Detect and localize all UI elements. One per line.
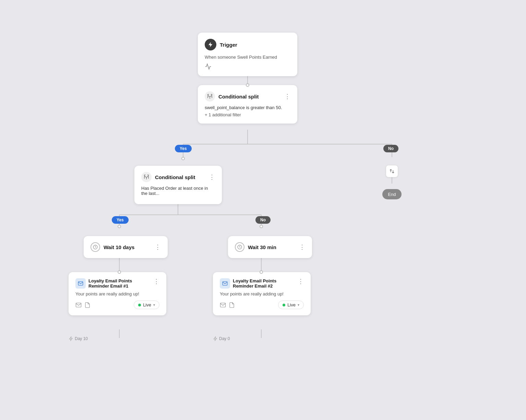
wait-right-card: Wait 30 min ⋮	[228, 236, 312, 258]
dot-1	[246, 83, 249, 87]
dot-6	[260, 270, 263, 274]
wait-left-label: Wait 10 days	[104, 244, 134, 250]
wait-right-menu[interactable]: ⋮	[299, 244, 305, 250]
cond-split-top-body: swell_point_balance is greater than 50.	[205, 105, 290, 110]
email-right-status: Live	[287, 302, 296, 307]
connector-node-no	[386, 165, 398, 177]
email-icon-left	[75, 278, 86, 289]
end-node: End	[382, 189, 402, 199]
trigger-subtitle: When someone Swell Points Earned	[205, 55, 290, 60]
cond-split-mid-menu[interactable]: ⋮	[209, 174, 215, 180]
trigger-icon-row	[205, 63, 290, 70]
email-right-live-button[interactable]: Live ▾	[278, 301, 304, 309]
badge-no-1: No	[383, 145, 398, 152]
cond-split-mid-body: Has Placed Order at least once in the la…	[141, 186, 215, 196]
email-right-icons	[220, 302, 235, 308]
dot-2	[181, 157, 185, 160]
clock-icon-left	[91, 242, 100, 252]
cond-split-top-menu[interactable]: ⋮	[284, 93, 290, 100]
split-icon-mid	[141, 172, 152, 182]
badge-yes-1: Yes	[175, 145, 192, 152]
conditional-split-top-card: Conditional split ⋮ swell_point_balance …	[198, 85, 297, 124]
email-left-icons	[75, 302, 91, 308]
email-right-card: Loyalty Email Points Reminder Email #2 ⋮…	[213, 272, 311, 315]
trigger-icon	[205, 39, 216, 50]
day-label-left: Day 10	[69, 336, 88, 341]
dot-3	[118, 225, 121, 228]
wait-right-label: Wait 30 min	[248, 244, 276, 250]
chevron-left: ▾	[153, 303, 155, 307]
dot-4	[260, 225, 263, 228]
email-left-body: Your points are really adding up!	[75, 291, 159, 296]
clock-icon-right	[235, 242, 244, 252]
badge-yes-2: Yes	[112, 216, 129, 224]
wait-left-card: Wait 10 days ⋮	[84, 236, 168, 258]
live-dot-right	[283, 304, 285, 306]
email-right-menu[interactable]: ⋮	[298, 278, 304, 284]
conditional-split-mid-card: Conditional split ⋮ Has Placed Order at …	[134, 166, 222, 204]
wait-left-menu[interactable]: ⋮	[155, 244, 161, 250]
cond-split-top-title: Conditional split	[218, 94, 259, 100]
split-icon-top	[205, 91, 215, 102]
day-label-right: Day 0	[213, 336, 230, 341]
email-right-title: Loyalty Email Points Reminder Email #2	[233, 278, 295, 289]
trigger-title: Trigger	[220, 42, 237, 48]
email-left-menu[interactable]: ⋮	[153, 278, 159, 284]
email-left-card: Loyalty Email Points Reminder Email #1 ⋮…	[69, 272, 166, 315]
live-dot-left	[138, 304, 141, 306]
chevron-right: ▾	[298, 303, 299, 307]
email-right-body: Your points are really adding up!	[220, 291, 304, 296]
dot-5	[118, 270, 121, 274]
trigger-card: Trigger When someone Swell Points Earned	[198, 33, 297, 76]
badge-no-2: No	[255, 216, 271, 224]
cond-split-mid-title: Conditional split	[155, 174, 195, 180]
email-icon-right	[220, 278, 230, 289]
email-left-live-button[interactable]: Live ▾	[134, 301, 159, 309]
email-left-status: Live	[143, 302, 151, 307]
cond-split-top-filter[interactable]: + 1 additional filter	[205, 112, 290, 117]
email-left-title: Loyalty Email Points Reminder Email #1	[88, 278, 151, 289]
